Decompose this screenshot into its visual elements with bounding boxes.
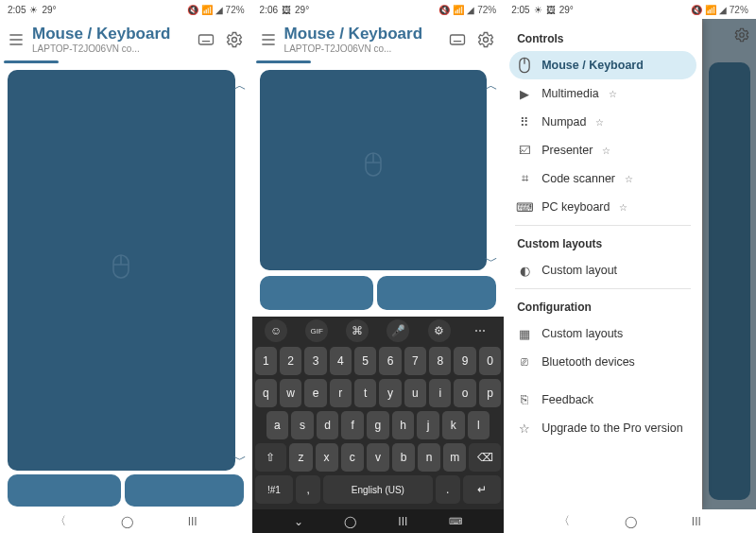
key-d[interactable]: d — [317, 411, 339, 439]
left-click-button[interactable] — [8, 474, 121, 507]
key-0[interactable]: 0 — [479, 347, 501, 375]
key-q[interactable]: q — [255, 379, 277, 407]
nav-recents-icon[interactable]: III — [398, 515, 407, 528]
kb-gif-icon[interactable]: GIF — [305, 319, 328, 342]
key-enter[interactable]: ↵ — [463, 475, 501, 504]
key-3[interactable]: 3 — [304, 347, 326, 375]
drawer-item-presenter[interactable]: 🗠 Presenter ☆ — [504, 136, 702, 164]
key-s[interactable]: s — [291, 411, 314, 439]
key-y[interactable]: y — [379, 379, 401, 407]
key-6[interactable]: 6 — [379, 347, 401, 375]
drawer-item-feedback[interactable]: ⎘ Feedback — [504, 386, 702, 414]
key-h[interactable]: h — [392, 411, 415, 439]
key-n[interactable]: n — [418, 443, 440, 472]
nav-ime-icon[interactable]: ⌄ — [294, 515, 303, 528]
key-l[interactable]: l — [468, 411, 490, 439]
key-b[interactable]: b — [392, 443, 415, 472]
drawer-item-scanner[interactable]: ⌗ Code scanner ☆ — [504, 164, 702, 193]
kb-more-icon[interactable]: ⋯ — [469, 319, 491, 342]
key-space[interactable]: English (US) — [323, 475, 433, 504]
onscreen-keyboard: ☺ GIF ⌘ 🎤 ⚙ ⋯ 1234567890 qwertyuiop asdf… — [252, 317, 505, 509]
key-u[interactable]: u — [404, 379, 426, 407]
nav-home-icon[interactable]: ◯ — [121, 515, 133, 528]
nav-back-icon[interactable]: 〈 — [558, 513, 570, 529]
key-i[interactable]: i — [429, 379, 451, 407]
chevron-down-icon: ﹀ — [233, 452, 247, 469]
key-4[interactable]: 4 — [330, 347, 352, 375]
key-shift[interactable]: ⇧ — [255, 443, 287, 472]
key-e[interactable]: e — [304, 379, 326, 407]
keyboard-icon: ⌨ — [517, 199, 532, 215]
kb-emoji-icon[interactable]: ☺ — [265, 319, 287, 342]
settings-icon[interactable] — [473, 27, 498, 52]
nav-back-icon[interactable]: 〈 — [55, 513, 66, 529]
right-click-button[interactable] — [125, 474, 244, 507]
key-7[interactable]: 7 — [404, 347, 426, 375]
nav-keyboard-icon[interactable]: ⌨ — [449, 516, 462, 526]
kb-row-q: qwertyuiop — [255, 379, 502, 407]
bluetooth-icon: ⎚ — [517, 354, 532, 370]
menu-icon[interactable] — [256, 27, 281, 52]
keyboard-icon[interactable] — [445, 27, 470, 52]
key-j[interactable]: j — [417, 411, 439, 439]
key-symbols[interactable]: !#1 — [255, 475, 293, 504]
drawer-item-upgrade[interactable]: ☆ Upgrade to the Pro version — [504, 414, 702, 442]
left-click-button[interactable] — [260, 276, 373, 310]
chevron-down-icon: ﹀ — [485, 253, 498, 270]
drawer-section-configuration: Configuration — [504, 293, 702, 319]
star-icon: ☆ — [619, 202, 627, 213]
key-z[interactable]: z — [289, 443, 312, 472]
key-c[interactable]: c — [341, 443, 364, 472]
kb-mic-icon[interactable]: 🎤 — [387, 319, 409, 342]
key-f[interactable]: f — [341, 411, 364, 439]
drawer-item-bluetooth[interactable]: ⎚ Bluetooth devices — [504, 348, 702, 376]
key-p[interactable]: p — [479, 379, 501, 407]
drawer-item-pckeyboard[interactable]: ⌨ PC keyboard ☆ — [504, 193, 702, 221]
key-backspace[interactable]: ⌫ — [469, 443, 501, 472]
kb-settings-icon[interactable]: ⚙ — [428, 319, 451, 342]
key-period[interactable]: . — [436, 475, 460, 504]
keyboard-icon[interactable] — [194, 27, 218, 52]
key-o[interactable]: o — [454, 379, 475, 407]
drawer-item-mouse-keyboard[interactable]: Mouse / Keyboard — [509, 51, 696, 79]
key-comma[interactable]: , — [296, 475, 320, 504]
kb-clipboard-icon[interactable]: ⌘ — [346, 319, 369, 342]
drawer-item-label: Upgrade to the Pro version — [541, 421, 682, 435]
settings-icon[interactable] — [733, 26, 750, 47]
chevron-up-icon: ︿ — [233, 77, 247, 95]
kb-row-a: asdfghjkl — [255, 411, 502, 439]
svg-rect-3 — [451, 35, 465, 44]
key-8[interactable]: 8 — [429, 347, 451, 375]
key-v[interactable]: v — [367, 443, 389, 472]
key-x[interactable]: x — [316, 443, 338, 472]
grid-icon: ▦ — [517, 326, 532, 341]
nav-home-icon[interactable]: ◯ — [344, 515, 356, 528]
status-bar: 2:05☀🖼29° 🔇📶◢72% — [504, 0, 756, 19]
drawer-item-multimedia[interactable]: ▶ Multimedia ☆ — [504, 79, 702, 108]
key-g[interactable]: g — [367, 411, 389, 439]
key-9[interactable]: 9 — [454, 347, 475, 375]
right-click-button[interactable] — [377, 276, 496, 310]
kb-row-numbers: 1234567890 — [255, 347, 502, 375]
key-2[interactable]: 2 — [280, 347, 301, 375]
key-5[interactable]: 5 — [354, 347, 376, 375]
drawer-item-numpad[interactable]: ⠿ Numpad ☆ — [504, 108, 702, 136]
key-k[interactable]: k — [442, 411, 465, 439]
mouse-icon — [364, 151, 383, 181]
menu-icon[interactable] — [4, 27, 28, 52]
nav-recents-icon[interactable]: III — [188, 515, 198, 528]
key-a[interactable]: a — [266, 411, 289, 439]
settings-icon[interactable] — [222, 27, 247, 52]
nav-home-icon[interactable]: ◯ — [625, 515, 637, 528]
drawer-item-label: Multimedia — [541, 87, 598, 100]
key-t[interactable]: t — [354, 379, 376, 407]
nav-bar: ⌄ ◯ III ⌨ — [252, 509, 505, 533]
drawer-item-custom-layouts-cfg[interactable]: ▦ Custom layouts — [504, 319, 702, 348]
numpad-icon: ⠿ — [517, 114, 532, 129]
key-w[interactable]: w — [280, 379, 301, 407]
key-r[interactable]: r — [330, 379, 352, 407]
nav-recents-icon[interactable]: III — [692, 515, 701, 528]
key-1[interactable]: 1 — [255, 347, 277, 375]
key-m[interactable]: m — [443, 443, 466, 472]
drawer-item-custom-layout[interactable]: ◐ Custom layout — [504, 256, 702, 284]
